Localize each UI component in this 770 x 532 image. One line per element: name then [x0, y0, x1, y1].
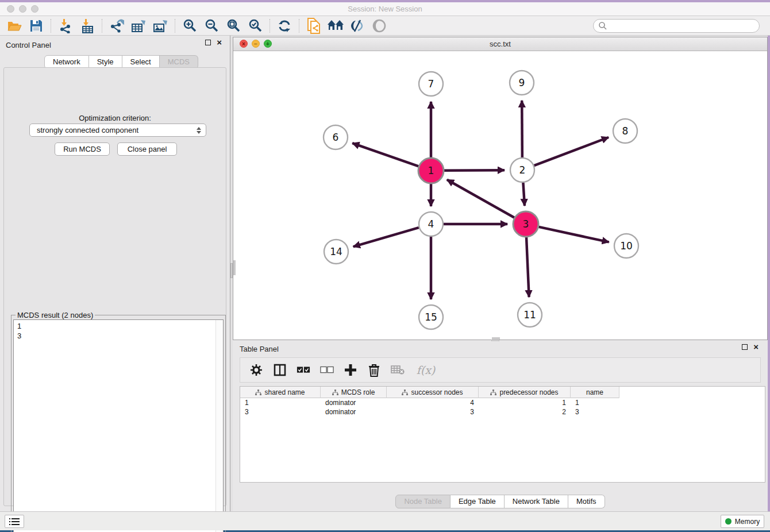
search-field[interactable]: [593, 19, 760, 33]
open-session-icon[interactable]: [3, 17, 25, 34]
svg-text:8: 8: [622, 125, 629, 137]
export-network-icon[interactable]: [106, 17, 128, 34]
table-tab-node-table[interactable]: Node Table: [395, 495, 451, 508]
float-panel-icon[interactable]: [205, 40, 211, 45]
table-row[interactable]: 1dominator411: [240, 398, 765, 407]
graph-node-6[interactable]: 6: [324, 125, 348, 149]
memory-label: Memory: [735, 518, 760, 526]
save-session-icon[interactable]: [25, 17, 47, 34]
export-table-icon[interactable]: [128, 17, 149, 34]
delete-row-icon[interactable]: [367, 363, 381, 377]
delete-table-icon[interactable]: [391, 363, 405, 377]
column-header-successor-nodes[interactable]: successor nodes: [387, 387, 479, 398]
zoom-fit-icon[interactable]: [222, 17, 244, 34]
network-canvas[interactable]: 1234678910111415: [233, 51, 767, 340]
graph-node-2[interactable]: 2: [510, 158, 534, 182]
zoom-selected-icon[interactable]: [244, 17, 266, 34]
graph-node-1[interactable]: 1: [418, 158, 444, 183]
graph-edge-2-3[interactable]: [523, 183, 525, 206]
graph-edge-4-14[interactable]: [353, 228, 419, 246]
mcds-result-textarea[interactable]: 1 3: [13, 319, 224, 532]
graph-node-9[interactable]: 9: [510, 71, 534, 95]
table-options-icon[interactable]: [249, 363, 263, 377]
graph-node-7[interactable]: 7: [419, 72, 443, 96]
table-panel-title: Table Panel: [240, 345, 279, 353]
table-cell[interactable]: 4: [387, 398, 479, 407]
table-cell[interactable]: 1: [479, 398, 571, 407]
bird-eye-view-icon[interactable]: [368, 17, 390, 34]
table-cell[interactable]: 3: [571, 407, 619, 417]
search-input[interactable]: [607, 21, 759, 31]
graph-node-3[interactable]: 3: [513, 211, 538, 237]
table-cell[interactable]: 1: [240, 398, 321, 407]
select-all-checks-icon[interactable]: [297, 363, 310, 377]
criterion-select[interactable]: strongly connected component: [29, 124, 206, 137]
control-panel: Control Panel × NetworkStyleSelectMCDS O…: [0, 36, 230, 511]
clone-network-icon[interactable]: [303, 17, 325, 34]
task-list-icon: [9, 518, 20, 526]
status-bar: Memory: [0, 511, 770, 530]
import-table-icon[interactable]: [76, 17, 98, 34]
graph-edge-3-1[interactable]: [447, 180, 514, 218]
table-tab-edge-table[interactable]: Edge Table: [451, 495, 505, 508]
result-scrollbar[interactable]: [215, 320, 223, 532]
task-history-button[interactable]: [5, 515, 24, 528]
table-cell[interactable]: 1: [571, 398, 619, 407]
graph-edge-3-11[interactable]: [526, 237, 529, 297]
optimization-criterion-label: Optimization criterion:: [4, 114, 226, 122]
memory-button[interactable]: Memory: [721, 515, 764, 528]
network-vertical-scrollbar[interactable]: [233, 260, 236, 275]
mcds-result-title: MCDS result (2 nodes): [16, 311, 95, 319]
float-table-panel-icon[interactable]: [742, 344, 748, 350]
graph-edge-1-2[interactable]: [444, 170, 505, 171]
column-header-shared-name[interactable]: shared name: [240, 387, 321, 398]
graph-node-4[interactable]: 4: [419, 212, 443, 236]
column-header-mcds-role[interactable]: MCDS role: [321, 387, 387, 398]
column-header-predecessor-nodes[interactable]: predecessor nodes: [479, 387, 571, 398]
svg-text:1: 1: [428, 165, 434, 176]
add-row-icon[interactable]: [344, 363, 357, 377]
desktop-edge-right: [768, 0, 770, 532]
deselect-all-checks-icon[interactable]: [320, 363, 334, 377]
graph-node-8[interactable]: 8: [613, 119, 637, 143]
table-tabs: Node TableEdge TableNetwork TableMotifs: [395, 495, 605, 508]
table-cell[interactable]: 3: [387, 407, 479, 417]
table-tab-motifs[interactable]: Motifs: [568, 495, 605, 508]
graph-edge-2-9[interactable]: [522, 101, 522, 157]
import-network-icon[interactable]: [55, 17, 76, 34]
graph-edge-3-10[interactable]: [538, 227, 609, 242]
hide-panel-icon[interactable]: [346, 17, 368, 34]
table-cell[interactable]: 3: [240, 407, 321, 417]
svg-text:4: 4: [428, 218, 434, 230]
table-toolbar: f(x): [240, 357, 761, 383]
table-tab-network-table[interactable]: Network Table: [505, 495, 568, 508]
table-cell[interactable]: dominator: [321, 398, 387, 407]
home-view-icon[interactable]: [325, 17, 346, 34]
close-table-panel-icon[interactable]: ×: [753, 344, 759, 350]
graph-node-10[interactable]: 10: [614, 234, 638, 258]
refresh-layout-icon[interactable]: [274, 17, 295, 34]
graph-node-11[interactable]: 11: [518, 303, 542, 327]
application-window: Session: New Session: [0, 0, 770, 532]
table-row[interactable]: 3dominator323: [240, 407, 765, 417]
show-column-icon[interactable]: [273, 363, 287, 377]
close-panel-icon[interactable]: ×: [217, 40, 222, 45]
column-header-name[interactable]: name: [571, 387, 619, 398]
export-image-icon[interactable]: [149, 17, 171, 34]
graph-node-14[interactable]: 14: [324, 240, 348, 264]
zoom-in-icon[interactable]: [179, 17, 201, 34]
table-cell[interactable]: dominator: [321, 407, 387, 417]
run-mcds-button[interactable]: Run MCDS: [55, 142, 110, 156]
session-title: Session: New Session: [0, 5, 770, 13]
mcds-result-group: MCDS result (2 nodes) 1 3: [11, 315, 226, 532]
svg-text:11: 11: [523, 309, 536, 321]
graph-edge-1-6[interactable]: [352, 143, 418, 166]
graph-edge-2-8[interactable]: [534, 137, 609, 165]
table-cell[interactable]: 2: [479, 407, 571, 417]
tree-icon: [490, 390, 496, 396]
apply-function-icon[interactable]: f(x): [414, 363, 437, 377]
svg-text:9: 9: [519, 77, 525, 88]
graph-node-15[interactable]: 15: [419, 305, 443, 329]
close-panel-button[interactable]: Close panel: [117, 142, 177, 156]
zoom-out-icon[interactable]: [201, 17, 222, 34]
